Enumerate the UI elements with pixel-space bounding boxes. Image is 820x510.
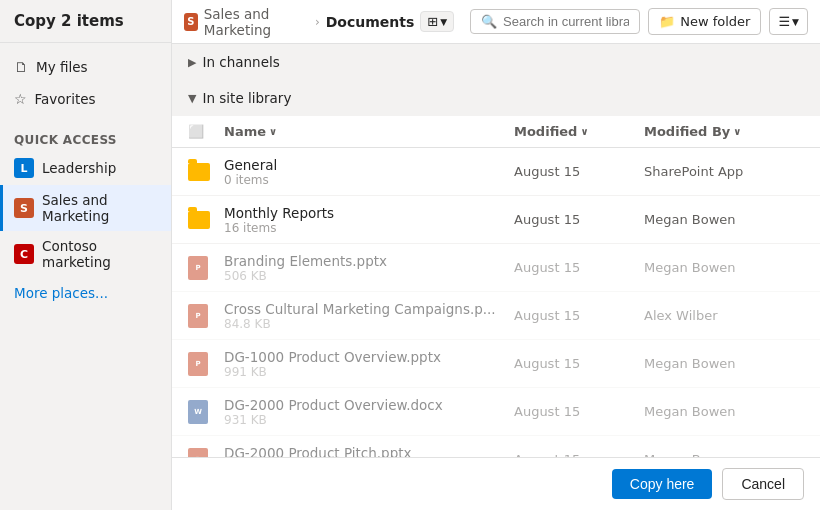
file-name: DG-2000 Product Overview.docx xyxy=(224,397,514,413)
file-icon-cell xyxy=(188,211,224,229)
modified-col-label: Modified xyxy=(514,124,577,139)
in-site-library-section: ▼ In site library ⬜ Name ∨ Modified ∨ xyxy=(172,80,820,457)
library-icon: ⊞ xyxy=(427,14,438,29)
file-modified-date: August 15 xyxy=(514,356,644,371)
sidebar-item-leadership[interactable]: L Leadership xyxy=(0,151,171,185)
modified-by-sort-icon: ∨ xyxy=(733,126,741,137)
modified-col-header[interactable]: Modified ∨ xyxy=(514,124,644,139)
file-name-cell: DG-1000 Product Overview.pptx 991 KB xyxy=(224,349,514,379)
table-row: P Cross Cultural Marketing Campaigns.p..… xyxy=(172,292,820,340)
file-icon-cell: W xyxy=(188,400,224,424)
file-icon-cell: P xyxy=(188,256,224,280)
file-modified-date: August 15 xyxy=(514,164,644,179)
file-modified-by: Megan Bowen xyxy=(644,356,804,371)
file-name: DG-2000 Product Pitch.pptx xyxy=(224,445,514,458)
table-row[interactable]: Monthly Reports 16 items August 15 Megan… xyxy=(172,196,820,244)
breadcrumb-separator: › xyxy=(315,15,320,29)
file-meta: 506 KB xyxy=(224,269,514,283)
file-modified-by: Megan Bowen xyxy=(644,404,804,419)
more-places-link[interactable]: More places... xyxy=(0,277,171,309)
topbar: S Sales and Marketing › Documents ⊞ ▼ 🔍 … xyxy=(172,0,820,44)
table-row: P Branding Elements.pptx 506 KB August 1… xyxy=(172,244,820,292)
breadcrumb-site-link[interactable]: Sales and Marketing xyxy=(204,6,309,38)
file-name: Cross Cultural Marketing Campaigns.p... xyxy=(224,301,514,317)
modified-by-col-label: Modified By xyxy=(644,124,730,139)
file-modified-by: Megan Bowen xyxy=(644,260,804,275)
pptx-icon: P xyxy=(188,304,208,328)
sidebar-item-favorites[interactable]: ☆ Favorites xyxy=(0,83,171,115)
in-site-library-header[interactable]: ▼ In site library xyxy=(172,80,820,116)
sidebar-item-sales-marketing[interactable]: S Sales and Marketing xyxy=(0,185,171,231)
file-modified-date: August 15 xyxy=(514,260,644,275)
chevron-right-icon: ▶ xyxy=(188,56,196,69)
file-modified-date: August 15 xyxy=(514,404,644,419)
favorites-label: Favorites xyxy=(35,91,96,107)
new-folder-label: New folder xyxy=(680,14,750,29)
file-icon-cell xyxy=(188,163,224,181)
file-modified-by: Megan Bowen xyxy=(644,452,804,457)
pptx-icon: P xyxy=(188,256,208,280)
in-channels-header[interactable]: ▶ In channels xyxy=(172,44,820,80)
contoso-label: Contoso marketing xyxy=(42,238,157,270)
sidebar-item-my-files[interactable]: 🗋 My files xyxy=(0,51,171,83)
file-name-cell: DG-2000 Product Overview.docx 931 KB xyxy=(224,397,514,427)
main-panel: S Sales and Marketing › Documents ⊞ ▼ 🔍 … xyxy=(172,0,820,510)
file-name-cell: Monthly Reports 16 items xyxy=(224,205,514,235)
breadcrumb: S Sales and Marketing › Documents ⊞ ▼ xyxy=(184,6,454,38)
in-channels-section: ▶ In channels xyxy=(172,44,820,80)
docx-icon: W xyxy=(188,400,208,424)
star-icon: ☆ xyxy=(14,91,27,107)
file-modified-by: SharePoint App xyxy=(644,164,804,179)
breadcrumb-site-icon: S xyxy=(184,13,198,31)
search-icon: 🔍 xyxy=(481,14,497,29)
file-modified-date: August 15 xyxy=(514,212,644,227)
file-meta: 0 items xyxy=(224,173,514,187)
file-type-icon: ⬜ xyxy=(188,124,204,139)
table-row: P DG-1000 Product Overview.pptx 991 KB A… xyxy=(172,340,820,388)
file-meta: 84.8 KB xyxy=(224,317,514,331)
file-modified-by: Megan Bowen xyxy=(644,212,804,227)
search-input[interactable] xyxy=(503,14,629,29)
modified-sort-icon: ∨ xyxy=(580,126,588,137)
content-area: ▶ In channels ▼ In site library ⬜ Name ∨ xyxy=(172,44,820,457)
file-name: Monthly Reports xyxy=(224,205,514,221)
file-icon-cell: P xyxy=(188,448,224,458)
modified-by-col-header[interactable]: Modified By ∨ xyxy=(644,124,804,139)
more-options-button[interactable]: ☰ ▼ xyxy=(769,8,808,35)
table-row: P DG-2000 Product Pitch.pptx ... August … xyxy=(172,436,820,457)
copy-here-button[interactable]: Copy here xyxy=(612,469,713,499)
view-toggle-button[interactable]: ⊞ ▼ xyxy=(420,11,454,32)
pptx-icon: P xyxy=(188,448,208,458)
chevron-down-small-icon: ▼ xyxy=(792,17,799,27)
table-row: W DG-2000 Product Overview.docx 931 KB A… xyxy=(172,388,820,436)
sidebar-nav: 🗋 My files ☆ Favorites xyxy=(0,43,171,123)
quick-access-label: Quick access xyxy=(0,123,171,151)
file-modified-date: August 15 xyxy=(514,308,644,323)
file-name-cell: General 0 items xyxy=(224,157,514,187)
table-header: ⬜ Name ∨ Modified ∨ Modified By ∨ xyxy=(172,116,820,148)
file-modified-by: Alex Wilber xyxy=(644,308,804,323)
file-icon-cell: P xyxy=(188,304,224,328)
new-folder-button[interactable]: 📁 New folder xyxy=(648,8,761,35)
file-name: General xyxy=(224,157,514,173)
document-icon: 🗋 xyxy=(14,59,28,75)
file-icon-cell: P xyxy=(188,352,224,376)
file-meta: 16 items xyxy=(224,221,514,235)
in-channels-label: In channels xyxy=(202,54,279,70)
file-modified-date: August 15 xyxy=(514,452,644,457)
name-col-label: Name xyxy=(224,124,266,139)
new-folder-icon: 📁 xyxy=(659,14,675,29)
leadership-site-icon: L xyxy=(14,158,34,178)
chevron-down-icon: ▼ xyxy=(188,92,196,105)
file-name: DG-1000 Product Overview.pptx xyxy=(224,349,514,365)
sidebar-item-contoso-marketing[interactable]: C Contoso marketing xyxy=(0,231,171,277)
name-sort-icon: ∨ xyxy=(269,126,277,137)
chevron-down-icon: ▼ xyxy=(440,17,447,27)
bottom-bar: Copy here Cancel xyxy=(172,457,820,510)
cancel-button[interactable]: Cancel xyxy=(722,468,804,500)
icon-col-header: ⬜ xyxy=(188,124,224,139)
table-row[interactable]: General 0 items August 15 SharePoint App xyxy=(172,148,820,196)
name-col-header[interactable]: Name ∨ xyxy=(224,124,514,139)
sales-label: Sales and Marketing xyxy=(42,192,157,224)
search-box[interactable]: 🔍 xyxy=(470,9,640,34)
